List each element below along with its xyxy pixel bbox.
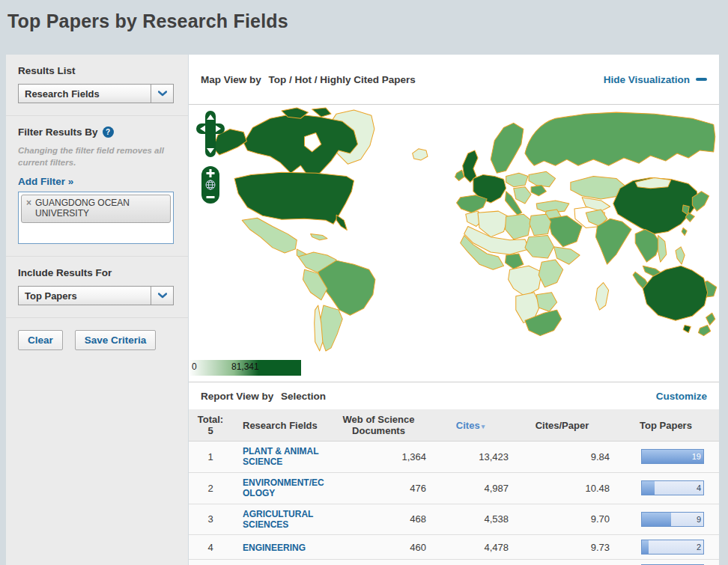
row-rank: 4 <box>189 535 232 560</box>
filter-section: Filter Results By ? Changing the filter … <box>6 115 188 256</box>
results-list-selected: Research Fields <box>19 88 151 100</box>
table-row: 3 AGRICULTURAL SCIENCES 468 4,538 9.70 9 <box>189 504 719 535</box>
filter-heading: Filter Results By <box>18 126 98 138</box>
legend-max: 81,341 <box>231 361 259 372</box>
legend-min: 0 <box>192 361 197 372</box>
row-cpp: 9.84 <box>512 442 613 473</box>
results-list-heading: Results List <box>18 65 176 76</box>
field-link[interactable]: PLANT & ANIMAL SCIENCE <box>243 446 325 468</box>
bar-value: 19 <box>692 452 701 461</box>
include-results-dropdown[interactable]: Top Papers <box>18 286 174 305</box>
pan-control[interactable] <box>196 111 225 157</box>
include-results-section: Include Results For Top Papers <box>6 256 188 317</box>
row-docs: 5,049 <box>328 560 429 565</box>
col-wos-documents[interactable]: Web of Science Documents <box>328 409 429 442</box>
save-criteria-button[interactable]: Save Criteria <box>75 330 157 350</box>
actions-section: Clear Save Criteria <box>6 317 188 362</box>
include-results-selected: Top Papers <box>19 290 151 302</box>
filter-tag: × GUANGDONG OCEAN UNIVERSITY <box>21 195 171 223</box>
map-area: 0 81,341 <box>189 105 719 382</box>
zoom-control[interactable] <box>201 166 219 204</box>
row-cpp: 9.73 <box>512 535 613 560</box>
col-cites-per-paper[interactable]: Cites/Paper <box>512 409 613 442</box>
report-view-prefix: Report View by <box>201 391 273 402</box>
table-row: 1 PLANT & ANIMAL SCIENCE 1,364 13,423 9.… <box>189 442 719 473</box>
row-rank: 3 <box>189 504 232 535</box>
map-view-prefix: Map View by <box>201 74 261 85</box>
remove-tag-icon[interactable]: × <box>26 198 31 209</box>
total-count: 5 <box>192 425 229 436</box>
page-header: Top Papers by Research Fields <box>0 0 728 55</box>
table-row: 4 ENGINEERING 460 4,478 9.73 2 <box>189 535 719 560</box>
row-rank: 0 <box>189 560 232 565</box>
report-view-title: Selection <box>281 391 326 402</box>
help-icon[interactable]: ? <box>103 126 114 138</box>
bar-value: 2 <box>697 543 701 552</box>
table-row: 0 ALL FIELDS 5,049 52,097 10.32 54 <box>189 560 719 565</box>
results-list-dropdown[interactable]: Research Fields <box>18 84 174 103</box>
include-results-heading: Include Results For <box>18 267 176 278</box>
content: Results List Research Fields Filter Resu… <box>6 55 719 565</box>
map-view-title: Top / Hot / Highly Cited Papers <box>269 74 416 85</box>
customize-link[interactable]: Customize <box>656 391 707 402</box>
table-row: 2 ENVIRONMENT/ECOLOGY 476 4,987 10.48 4 <box>189 472 719 504</box>
col-research-fields[interactable]: Research Fields <box>232 409 328 442</box>
page-title: Top Papers by Research Fields <box>7 10 728 32</box>
main-panel: Map View by Top / Hot / Highly Cited Pap… <box>189 55 719 565</box>
table-header-row: Total: 5 Research Fields Web of Science … <box>189 409 719 442</box>
col-cites[interactable]: Cites▾ <box>429 409 512 442</box>
sidebar: Results List Research Fields Filter Resu… <box>6 55 188 565</box>
row-docs: 476 <box>328 472 429 504</box>
row-cites: 4,478 <box>429 535 512 560</box>
row-rank: 2 <box>189 472 232 504</box>
row-cpp: 10.48 <box>512 472 613 504</box>
sort-desc-icon: ▾ <box>482 423 485 430</box>
map-legend: 0 81,341 <box>189 360 301 376</box>
row-cites: 4,538 <box>429 504 512 535</box>
field-link[interactable]: ENGINEERING <box>243 543 306 553</box>
clear-button[interactable]: Clear <box>18 330 63 350</box>
bar-value: 4 <box>697 483 701 492</box>
top-papers-bar: 9 <box>641 512 704 527</box>
report-view-header: Report View by Selection Customize <box>189 382 719 409</box>
hide-visualization-link[interactable]: Hide Visualization <box>604 74 707 85</box>
chevron-down-icon[interactable] <box>151 85 173 103</box>
map-view-header: Map View by Top / Hot / Highly Cited Pap… <box>189 55 719 105</box>
top-papers-bar: 2 <box>641 540 704 555</box>
field-link[interactable]: ENVIRONMENT/ECOLOGY <box>243 477 325 499</box>
row-cpp: 9.70 <box>512 504 613 535</box>
chevron-down-icon[interactable] <box>151 287 173 305</box>
row-cites: 4,987 <box>429 472 512 504</box>
filter-tag-label: GUANGDONG OCEAN UNIVERSITY <box>35 198 166 219</box>
col-top-papers[interactable]: Top Papers <box>613 409 719 442</box>
add-filter-link[interactable]: Add Filter » <box>18 176 73 187</box>
top-papers-bar: 19 <box>641 449 704 464</box>
minus-icon <box>696 78 707 81</box>
top-papers-bar: 4 <box>641 480 704 495</box>
filter-note: Changing the filter field removes all cu… <box>18 145 176 168</box>
results-list-section: Results List Research Fields <box>6 55 188 115</box>
field-link[interactable]: AGRICULTURAL SCIENCES <box>243 509 325 531</box>
row-cpp: 10.32 <box>512 560 613 565</box>
world-map[interactable] <box>189 106 719 353</box>
total-header: Total: 5 <box>189 409 232 442</box>
report-table: Total: 5 Research Fields Web of Science … <box>189 409 719 565</box>
bar-value: 9 <box>697 515 701 524</box>
row-cites: 52,097 <box>429 560 512 565</box>
row-rank: 1 <box>189 442 232 473</box>
row-docs: 468 <box>328 504 429 535</box>
row-docs: 460 <box>328 535 429 560</box>
filter-box[interactable]: × GUANGDONG OCEAN UNIVERSITY <box>18 192 174 244</box>
row-docs: 1,364 <box>328 442 429 473</box>
map-controls <box>195 111 228 204</box>
row-cites: 13,423 <box>429 442 512 473</box>
